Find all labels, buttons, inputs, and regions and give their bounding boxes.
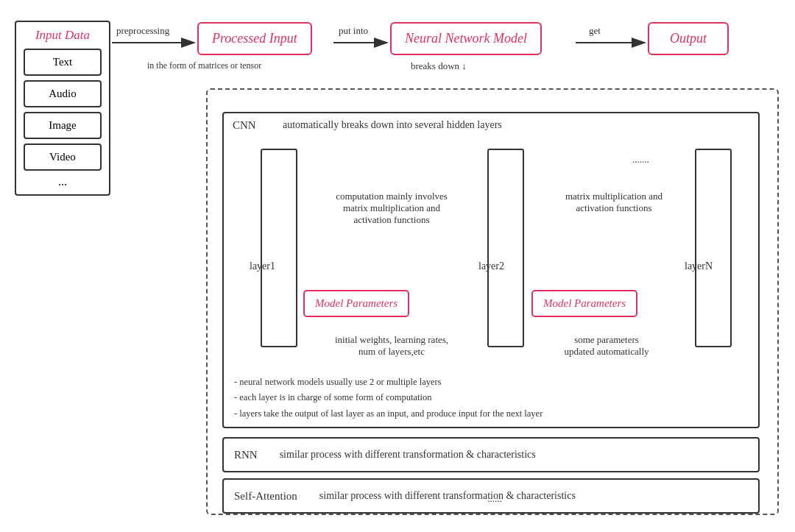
cnn-label: CNN [233,119,256,132]
bullet-points: - neural network models usually use 2 or… [234,375,543,422]
input-dots: ... [24,175,102,188]
input-item-audio: Audio [24,80,102,107]
matrix-label: in the form of matrices or tensor [147,60,261,71]
input-item-video: Video [24,143,102,171]
rnn-desc: similar process with different transform… [280,449,536,461]
bullet1: - neural network models usually use 2 or… [234,377,442,387]
processed-input-box: Processed Input [197,22,312,55]
output-label: Output [670,31,707,46]
initial-weights-text: initial weights, learning rates,num of l… [303,334,480,358]
input-item-text: Text [24,49,102,76]
input-data-title: Input Data [24,28,102,43]
bottom-dots: ...... [458,493,531,505]
model-params-label-1: Model Parameters [315,297,398,309]
layerN-label: layerN [685,260,713,272]
neural-net-box: Neural Network Model [390,22,542,55]
breaks-down-label: breaks down ↓ [411,60,467,72]
put-into-label: put into [339,25,368,37]
diagram-container: Input Data Text Audio Image Video ... pr… [0,0,795,532]
layer-dots: ....... [632,154,649,166]
output-box: Output [648,22,729,55]
model-params-box-2: Model Parameters [531,290,637,317]
matrix-text: matrix multiplication andactivation func… [533,191,695,214]
sa-label: Self-Attention [234,490,297,503]
computation-text: computation mainly involvesmatrix multip… [303,191,480,226]
layer1-col [261,149,297,347]
bullet3: - layers take the output of last layer a… [234,408,543,419]
preprocessing-label: preprocessing [116,25,169,37]
get-label: get [589,25,601,37]
layer1-label: layer1 [250,260,275,272]
input-item-image: Image [24,112,102,139]
bullet2: - each layer is in charge of some form o… [234,392,431,402]
layerN-col [695,149,732,347]
cnn-desc: automatically breaks down into several h… [283,119,502,131]
some-params-text: some parametersupdated automatically [533,334,680,358]
rnn-label: RNN [234,449,258,461]
sa-desc: similar process with different transform… [319,490,576,502]
rnn-box: RNN similar process with different trans… [222,437,760,472]
layer2-label: layer2 [478,260,504,272]
input-data-box: Input Data Text Audio Image Video ... [15,21,110,196]
processed-input-label: Processed Input [212,31,297,46]
neural-net-label: Neural Network Model [405,31,527,46]
model-params-label-2: Model Parameters [543,297,626,309]
model-params-box-1: Model Parameters [303,290,409,317]
cnn-box: CNN automatically breaks down into sever… [222,112,760,428]
main-dashed-container: CNN automatically breaks down into sever… [206,88,779,515]
layer2-col [487,149,524,347]
